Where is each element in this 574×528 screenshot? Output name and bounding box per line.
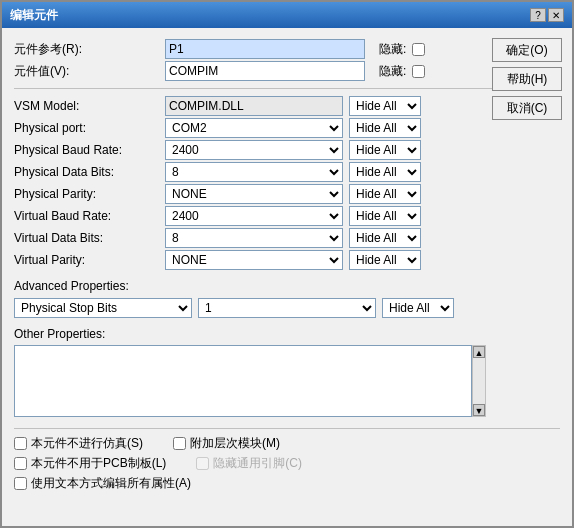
ref-row: 元件参考(R): 隐藏:	[14, 38, 560, 60]
check-no-pcb: 本元件不用于PCB制板(L)	[14, 455, 166, 472]
title-bar-buttons: ? ✕	[530, 8, 564, 22]
cancel-button[interactable]: 取消(C)	[492, 96, 562, 120]
scrollbar-up[interactable]: ▲	[473, 346, 485, 358]
physical-parity-hide-select[interactable]: Hide AllShow All	[349, 184, 421, 204]
virtual-data-label: Virtual Data Bits:	[14, 231, 159, 245]
physical-port-hide-select[interactable]: Hide AllShow All	[349, 118, 421, 138]
check-row-2: 本元件不用于PCB制板(L) 隐藏通用引脚(C)	[14, 455, 560, 472]
vsm-hide-select[interactable]: Hide AllShow All	[349, 96, 421, 116]
check-text-edit-label: 使用文本方式编辑所有属性(A)	[31, 475, 191, 492]
check-no-sim: 本元件不进行仿真(S)	[14, 435, 143, 452]
virtual-parity-hide-select[interactable]: Hide AllShow All	[349, 250, 421, 270]
virtual-data-row: Virtual Data Bits: 78 Hide AllShow All	[14, 227, 560, 249]
physical-data-hide-select[interactable]: Hide AllShow All	[349, 162, 421, 182]
scrollbar-down[interactable]: ▼	[473, 404, 485, 416]
check-text-edit: 使用文本方式编辑所有属性(A)	[14, 475, 191, 492]
check-no-pcb-label: 本元件不用于PCB制板(L)	[31, 455, 166, 472]
virtual-parity-select[interactable]: NONEODDEVEN	[165, 250, 343, 270]
physical-port-row: Physical port: COM1COM2COM3COM4 Hide All…	[14, 117, 560, 139]
val-label: 元件值(V):	[14, 63, 159, 80]
check-text-edit-input[interactable]	[14, 477, 27, 490]
advanced-label: Advanced Properties:	[14, 279, 129, 293]
divider2	[14, 428, 560, 429]
other-prop-label-row: Other Properties:	[14, 323, 560, 345]
title-bar: 编辑元件 ? ✕	[2, 2, 572, 28]
ok-button[interactable]: 确定(O)	[492, 38, 562, 62]
check-no-sim-label: 本元件不进行仿真(S)	[31, 435, 143, 452]
virtual-data-hide-select[interactable]: Hide AllShow All	[349, 228, 421, 248]
physical-baud-label: Physical Baud Rate:	[14, 143, 159, 157]
advanced-num-select[interactable]: 12	[198, 298, 376, 318]
window-title: 编辑元件	[10, 7, 58, 24]
check-hide-pin-input[interactable]	[196, 457, 209, 470]
bottom-checks: 本元件不进行仿真(S) 附加层次模块(M) 本元件不用于PCB制板(L) 隐藏通…	[14, 435, 560, 492]
main-window: 编辑元件 ? ✕ 确定(O) 帮助(H) 取消(C) 元件参考(R): 隐藏: …	[0, 0, 574, 528]
ref-hide-label: 隐藏:	[379, 41, 406, 58]
val-hide-label: 隐藏:	[379, 63, 406, 80]
check-no-pcb-input[interactable]	[14, 457, 27, 470]
check-no-sim-input[interactable]	[14, 437, 27, 450]
virtual-parity-row: Virtual Parity: NONEODDEVEN Hide AllShow…	[14, 249, 560, 271]
virtual-data-select[interactable]: 78	[165, 228, 343, 248]
virtual-baud-label: Virtual Baud Rate:	[14, 209, 159, 223]
other-prop-area: ▲ ▼	[14, 345, 472, 420]
physical-port-label: Physical port:	[14, 121, 159, 135]
virtual-baud-row: Virtual Baud Rate: 1200240048009600 Hide…	[14, 205, 560, 227]
help-button[interactable]: 帮助(H)	[492, 67, 562, 91]
other-prop-label: Other Properties:	[14, 327, 105, 341]
physical-data-label: Physical Data Bits:	[14, 165, 159, 179]
advanced-prop-select[interactable]: Physical Stop BitsVirtual Stop Bits	[14, 298, 192, 318]
advanced-row: Physical Stop BitsVirtual Stop Bits 12 H…	[14, 297, 560, 319]
check-add-module-label: 附加层次模块(M)	[190, 435, 280, 452]
check-add-module: 附加层次模块(M)	[173, 435, 280, 452]
physical-data-select[interactable]: 78	[165, 162, 343, 182]
check-hide-pin-label: 隐藏通用引脚(C)	[213, 455, 302, 472]
virtual-baud-select[interactable]: 1200240048009600	[165, 206, 343, 226]
check-hide-pin: 隐藏通用引脚(C)	[196, 455, 302, 472]
physical-port-select[interactable]: COM1COM2COM3COM4	[165, 118, 343, 138]
close-title-btn[interactable]: ✕	[548, 8, 564, 22]
physical-data-row: Physical Data Bits: 78 Hide AllShow All	[14, 161, 560, 183]
vsm-input	[165, 96, 343, 116]
val-row: 元件值(V): 隐藏:	[14, 60, 560, 82]
check-row-3: 使用文本方式编辑所有属性(A)	[14, 475, 560, 492]
physical-parity-row: Physical Parity: NONEODDEVEN Hide AllSho…	[14, 183, 560, 205]
physical-baud-select[interactable]: 1200240048009600	[165, 140, 343, 160]
help-title-btn[interactable]: ?	[530, 8, 546, 22]
other-prop-textarea[interactable]	[14, 345, 472, 417]
vsm-label: VSM Model:	[14, 99, 159, 113]
vsm-row: VSM Model: Hide AllShow All	[14, 95, 560, 117]
val-input[interactable]	[165, 61, 365, 81]
val-hide-checkbox[interactable]	[412, 65, 425, 78]
check-add-module-input[interactable]	[173, 437, 186, 450]
virtual-baud-hide-select[interactable]: Hide AllShow All	[349, 206, 421, 226]
physical-parity-select[interactable]: NONEODDEVEN	[165, 184, 343, 204]
ref-input[interactable]	[165, 39, 365, 59]
advanced-label-row: Advanced Properties:	[14, 275, 560, 297]
ref-label: 元件参考(R):	[14, 41, 159, 58]
virtual-parity-label: Virtual Parity:	[14, 253, 159, 267]
ref-hide-checkbox[interactable]	[412, 43, 425, 56]
check-row-1: 本元件不进行仿真(S) 附加层次模块(M)	[14, 435, 560, 452]
physical-baud-row: Physical Baud Rate: 1200240048009600 Hid…	[14, 139, 560, 161]
physical-parity-label: Physical Parity:	[14, 187, 159, 201]
advanced-hide-select[interactable]: Hide AllShow All	[382, 298, 454, 318]
physical-baud-hide-select[interactable]: Hide AllShow All	[349, 140, 421, 160]
divider1	[14, 88, 560, 89]
